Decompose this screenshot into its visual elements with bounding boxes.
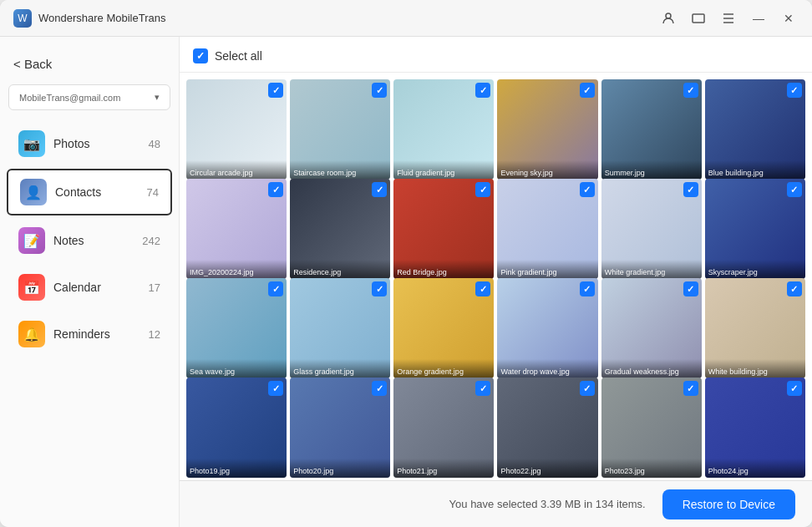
sidebar-notes-count: 242 bbox=[142, 235, 160, 247]
app-title: Wondershare MobileTrans bbox=[38, 12, 165, 24]
photo-checkbox[interactable] bbox=[475, 182, 490, 197]
account-selector[interactable]: MobileTrans@gmail.com ▾ bbox=[8, 84, 170, 110]
photo-checkbox[interactable] bbox=[580, 182, 595, 197]
photo-label: White building.jpg bbox=[705, 359, 805, 378]
photo-label: Gradual weakness.jpg bbox=[601, 359, 702, 378]
photo-checkbox[interactable] bbox=[475, 83, 490, 98]
photo-checkbox[interactable] bbox=[268, 83, 283, 98]
minimize-btn[interactable]: — bbox=[749, 8, 769, 28]
select-all-label: Select all bbox=[215, 49, 262, 63]
photo-checkbox[interactable] bbox=[683, 83, 698, 98]
footer-info: You have selected 3.39 MB in 134 items. bbox=[449, 498, 646, 510]
photo-cell[interactable]: Photo21.jpg bbox=[393, 378, 494, 478]
photo-cell[interactable]: Orange gradient.jpg bbox=[393, 278, 494, 378]
photo-label: Pink gradient.jpg bbox=[497, 260, 597, 279]
photo-label: Photo21.jpg bbox=[393, 459, 494, 478]
sidebar-calendar-count: 17 bbox=[149, 281, 160, 294]
photo-checkbox[interactable] bbox=[268, 381, 283, 396]
photo-cell[interactable]: Staircase room.jpg bbox=[290, 79, 390, 180]
photo-checkbox[interactable] bbox=[475, 281, 490, 296]
photo-cell[interactable]: Photo23.jpg bbox=[601, 378, 702, 478]
photo-checkbox[interactable] bbox=[683, 381, 698, 396]
main-panel: Select all Circular arcade.jpgStaircase … bbox=[180, 37, 812, 527]
photo-checkbox[interactable] bbox=[372, 182, 387, 197]
photo-cell[interactable]: Residence.jpg bbox=[290, 179, 390, 279]
window-icon-btn[interactable] bbox=[688, 8, 708, 28]
photo-cell[interactable]: Skyscraper.jpg bbox=[705, 179, 805, 279]
photo-checkbox[interactable] bbox=[580, 83, 595, 98]
photo-checkbox[interactable] bbox=[268, 281, 283, 296]
select-all-checkbox[interactable] bbox=[193, 48, 208, 63]
photo-checkbox[interactable] bbox=[787, 182, 802, 197]
photo-checkbox[interactable] bbox=[580, 281, 595, 296]
photo-cell[interactable]: Photo22.jpg bbox=[497, 378, 597, 478]
photo-cell[interactable]: Photo24.jpg bbox=[705, 378, 805, 478]
photo-cell[interactable]: Red Bridge.jpg bbox=[393, 179, 494, 279]
photo-checkbox[interactable] bbox=[787, 281, 802, 296]
sidebar-contacts-count: 74 bbox=[147, 186, 159, 199]
photo-cell[interactable]: IMG_20200224.jpg bbox=[186, 179, 287, 279]
sidebar-calendar-label: Calendar bbox=[53, 281, 140, 294]
photo-cell[interactable]: Photo19.jpg bbox=[186, 378, 287, 478]
sidebar-reminders-label: Reminders bbox=[53, 327, 140, 341]
photo-checkbox[interactable] bbox=[580, 381, 595, 396]
photo-checkbox[interactable] bbox=[475, 381, 490, 396]
photo-checkbox[interactable] bbox=[372, 83, 387, 98]
photo-label: Circular arcade.jpg bbox=[186, 160, 287, 180]
photo-cell[interactable]: Circular arcade.jpg bbox=[186, 79, 287, 180]
photo-label: Blue building.jpg bbox=[705, 160, 805, 180]
photo-label: Photo20.jpg bbox=[290, 459, 390, 478]
restore-to-device-button[interactable]: Restore to Device bbox=[662, 489, 795, 519]
photo-checkbox[interactable] bbox=[268, 182, 283, 197]
photo-cell[interactable]: Photo20.jpg bbox=[290, 378, 390, 478]
photo-label: Staircase room.jpg bbox=[290, 160, 390, 180]
photo-checkbox[interactable] bbox=[372, 381, 387, 396]
sidebar-contacts-label: Contacts bbox=[55, 185, 139, 199]
sidebar-item-contacts[interactable]: 👤 Contacts 74 bbox=[7, 169, 172, 215]
photo-label: Skyscraper.jpg bbox=[705, 260, 805, 279]
photo-label: IMG_20200224.jpg bbox=[186, 260, 287, 279]
photo-cell[interactable]: Gradual weakness.jpg bbox=[601, 278, 702, 378]
photo-label: Orange gradient.jpg bbox=[393, 359, 494, 378]
photo-cell[interactable]: Pink gradient.jpg bbox=[497, 179, 597, 279]
photo-checkbox[interactable] bbox=[787, 381, 802, 396]
sidebar-item-notes[interactable]: 📝 Notes 242 bbox=[7, 219, 172, 262]
sidebar-item-photos[interactable]: 📷 Photos 48 bbox=[7, 122, 172, 165]
menu-btn[interactable] bbox=[718, 8, 738, 28]
photo-cell[interactable]: White building.jpg bbox=[705, 278, 805, 378]
photo-cell[interactable]: Water drop wave.jpg bbox=[497, 278, 597, 378]
photo-checkbox[interactable] bbox=[372, 281, 387, 296]
back-button[interactable]: < Back bbox=[0, 50, 179, 84]
sidebar-item-reminders[interactable]: 🔔 Reminders 12 bbox=[7, 312, 172, 356]
account-email: MobileTrans@gmail.com bbox=[19, 93, 120, 103]
svg-point-0 bbox=[666, 13, 671, 18]
chevron-down-icon: ▾ bbox=[155, 92, 160, 103]
sidebar-photos-count: 48 bbox=[149, 138, 160, 150]
sidebar-item-calendar[interactable]: 📅 Calendar 17 bbox=[7, 266, 172, 309]
photo-checkbox[interactable] bbox=[683, 281, 698, 296]
photos-icon: 📷 bbox=[18, 130, 45, 157]
photo-cell[interactable]: Summer.jpg bbox=[601, 79, 702, 180]
photo-label: Sea wave.jpg bbox=[186, 359, 287, 378]
close-btn[interactable]: ✕ bbox=[779, 8, 799, 28]
photo-cell[interactable]: Glass gradient.jpg bbox=[290, 278, 390, 378]
photo-cell[interactable]: Evening sky.jpg bbox=[497, 79, 597, 180]
account-icon-btn[interactable] bbox=[658, 8, 678, 28]
photo-label: Summer.jpg bbox=[601, 160, 702, 180]
photo-cell[interactable]: Sea wave.jpg bbox=[186, 278, 287, 378]
photo-checkbox[interactable] bbox=[683, 182, 698, 197]
photo-label: Photo19.jpg bbox=[186, 459, 287, 478]
photo-checkbox[interactable] bbox=[787, 83, 802, 98]
photo-cell[interactable]: Blue building.jpg bbox=[705, 79, 805, 180]
sidebar-notes-label: Notes bbox=[53, 234, 134, 247]
photo-cell[interactable]: White gradient.jpg bbox=[601, 179, 702, 279]
titlebar-left: W Wondershare MobileTrans bbox=[13, 9, 165, 28]
photo-cell[interactable]: Fluid gradient.jpg bbox=[393, 79, 494, 180]
reminders-icon: 🔔 bbox=[18, 321, 45, 347]
window-icon bbox=[692, 12, 705, 25]
app-window: W Wondershare MobileTrans bbox=[0, 0, 812, 527]
calendar-icon: 📅 bbox=[18, 274, 45, 301]
user-icon bbox=[662, 12, 675, 25]
footer: You have selected 3.39 MB in 134 items. … bbox=[180, 480, 812, 527]
photo-label: Photo23.jpg bbox=[601, 459, 702, 478]
